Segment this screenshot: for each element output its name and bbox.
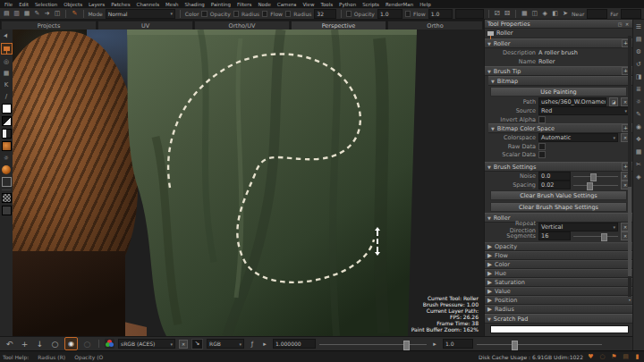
link-color-checkbox[interactable] [201,11,207,17]
mask-icon[interactable]: ◧ [551,9,558,19]
menu-painting[interactable]: Painting [208,2,233,7]
scrollbar-down-arrow[interactable]: ▾ [628,298,631,302]
menu-file[interactable]: File [2,2,15,7]
transform-tool-icon[interactable]: K [2,80,11,89]
section-radius[interactable]: ▶ Radius [485,305,632,314]
menu-node[interactable]: Node [255,2,273,7]
colorspace-reset-icon[interactable]: ✕ [179,340,188,349]
ellipse-icon[interactable]: ○ [49,338,61,350]
menu-shading[interactable]: Shading [182,2,208,7]
scalar-data-checkbox[interactable] [538,151,546,158]
flow-checkbox[interactable] [405,11,411,17]
flag-icon[interactable]: ⚑ [610,353,618,360]
move-icon[interactable]: + [19,338,30,350]
tab-projects[interactable]: Projects [1,21,97,29]
tab-perspective[interactable]: Perspective [291,21,386,29]
colors-palette-icon[interactable]: ◉ [634,122,644,131]
status-circle-icon[interactable]: ○ [598,353,606,360]
section-brush-tip[interactable]: ▼ Brush Tip + [485,66,632,76]
section-position[interactable]: ▶ Position [485,296,632,305]
objects-palette-icon[interactable]: ❖ [634,135,644,144]
invert-alpha-checkbox[interactable] [538,116,546,123]
panel-close-icon[interactable]: ✕ [624,21,630,27]
link-opacity-checkbox[interactable] [233,11,239,17]
radius-field[interactable]: 32 [314,9,335,19]
undo-icon[interactable]: ↶ [4,338,15,350]
jitter-icon[interactable]: ⚂ [494,9,501,19]
cache-icon[interactable]: ▮ [633,353,641,360]
tray-icon[interactable]: ▤ [622,353,630,360]
scrollbar-thumb[interactable] [628,187,631,275]
open-project-icon[interactable]: ▥ [13,9,20,19]
opacity-field[interactable]: 1.0 [377,9,402,19]
lights-palette-icon[interactable]: ☼ [634,97,644,106]
section-hue[interactable]: ▶ Hue [485,269,632,278]
spacing-slider[interactable] [573,181,618,189]
navigate-icon[interactable]: ➤ [562,9,569,19]
background-color-swatch[interactable] [2,116,12,126]
channels-palette-icon[interactable]: ◨ [634,72,644,81]
menu-python[interactable]: Python [336,2,359,7]
paint-through-active-button[interactable]: ◉ [64,337,78,350]
clear-brush-value-settings-button[interactable]: Clear Brush Value Settings [490,190,627,200]
line-tool-icon[interactable]: ∕ [2,92,11,101]
section-roller[interactable]: ▼ Roller + [485,38,632,48]
import-icon[interactable]: ◫ [54,9,61,19]
menu-palette-icon[interactable]: ☰ [634,22,644,31]
section-value[interactable]: ▶ Value [485,287,632,296]
menu-view[interactable]: View [300,2,317,7]
channel-display-dropdown[interactable]: RGB ▾ [207,339,244,349]
color-manager-icon[interactable] [105,339,114,349]
paint-mode-dropdown[interactable]: Normal ▾ [106,9,175,19]
mirror-icon[interactable]: ◫ [531,9,538,19]
section-bitmap[interactable]: ▼ Bitmap [488,76,632,86]
menu-camera[interactable]: Camera [275,2,300,7]
colorspace-dropdown[interactable]: Automatic ▾ [538,133,618,142]
random-icon[interactable]: ⚄ [504,9,511,19]
menu-scripts[interactable]: Scripts [360,2,382,7]
use-painting-button[interactable]: Use Painting [490,87,627,97]
scratch-pad-canvas[interactable] [490,325,629,333]
eyedropper-icon[interactable]: ◎ [2,57,11,66]
menu-patches[interactable]: Patches [108,2,132,7]
checker-background-button[interactable] [2,193,12,203]
menu-channels[interactable]: Channels [134,2,162,7]
near-field[interactable] [587,9,607,19]
panel-float-icon[interactable]: ◳ [617,21,623,27]
link-radius-checkbox[interactable] [262,11,267,17]
source-dropdown[interactable]: Red ▾ [538,106,630,115]
shelf-palette-icon[interactable]: ≣ [634,85,644,94]
section-brush-settings[interactable]: ▼ Brush Settings + [485,162,632,172]
link-flow-checkbox[interactable] [285,11,291,17]
grid-tool-icon[interactable]: ▦ [2,69,11,78]
menu-renderman[interactable]: RenderMan [383,2,416,7]
exposure-reset-icon[interactable]: ▸ [260,338,269,350]
menu-mesh[interactable]: Mesh [163,2,181,7]
menu-objects[interactable]: Objects [61,2,85,7]
foreground-color-swatch[interactable] [2,104,12,114]
raw-data-checkbox[interactable] [538,143,546,150]
panel-header[interactable]: Tool Properties ◳ ✕ [485,20,632,29]
tab-ortho-uv[interactable]: Ortho/UV [194,21,290,29]
menu-edit[interactable]: Edit [16,2,31,7]
drop-paint-icon[interactable]: ↓ [34,338,46,350]
segments-slider[interactable] [573,232,618,240]
colorspace-display-dropdown[interactable]: sRGB (ACES) ▾ [118,339,175,349]
texture-swatch[interactable] [2,141,12,151]
section-saturation[interactable]: ▶ Saturation [485,278,632,287]
exposure-field[interactable]: 1.000000 [273,339,316,349]
falloff-dropdown[interactable] [455,9,483,19]
menu-filters[interactable]: Filters [234,2,255,7]
panel-scrollbar[interactable]: ▾ [628,36,631,297]
roller-tool-button[interactable] [1,43,13,55]
new-project-icon[interactable]: ▤ [3,9,10,19]
export-icon[interactable]: ➔ [44,9,51,19]
edit-icon[interactable]: ✎ [33,9,40,19]
3d-viewport[interactable]: Current Tool: Roller Brush Pressure: 1.0… [13,29,484,336]
far-field[interactable] [621,9,641,19]
patches-palette-icon[interactable]: ▦ [634,147,644,156]
section-flow[interactable]: ▶ Flow [485,251,632,260]
symmetry-icon[interactable]: ◈ [541,9,548,19]
menu-help[interactable]: Help [417,2,434,7]
browse-folder-icon[interactable]: ◪ [609,97,618,106]
